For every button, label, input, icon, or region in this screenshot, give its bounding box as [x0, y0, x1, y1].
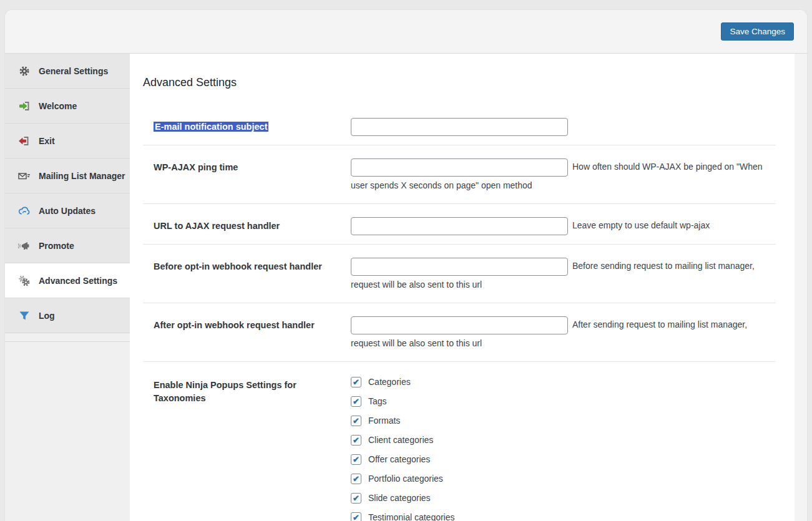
checkbox-icon[interactable]: ✔ [351, 396, 361, 407]
sidebar-item-label: Mailing List Manager [39, 171, 125, 181]
sidebar-item-label: Exit [39, 136, 55, 146]
megaphone-icon [18, 240, 31, 252]
checkbox-label: Tags [368, 396, 387, 407]
sidebar-item-general-settings[interactable]: General Settings [5, 54, 130, 89]
checkbox-offer-categories[interactable]: ✔ Offer categories [351, 454, 776, 465]
cloud-sync-icon [18, 205, 31, 217]
sidebar-item-auto-updates[interactable]: Auto Updates [5, 193, 130, 228]
topbar: Save Changes [5, 10, 807, 54]
sidebar-item-label: Auto Updates [39, 206, 95, 216]
sidebar-filler [5, 342, 130, 521]
settings-row-before-webhook: Before opt-in webhook request handler Be… [143, 245, 776, 303]
field-label: WP-AJAX ping time [154, 158, 351, 195]
main-content: Advanced Settings E-mail notification su… [130, 54, 795, 521]
sidebar-item-log[interactable]: Log [5, 298, 130, 333]
sidebar-item-exit[interactable]: Exit [5, 124, 130, 158]
checkbox-icon[interactable]: ✔ [351, 474, 361, 484]
checkbox-client-categories[interactable]: ✔ Client categories [351, 435, 776, 446]
checkbox-portfolio-categories[interactable]: ✔ Portfolio categories [351, 474, 776, 484]
checkbox-categories[interactable]: ✔ Categories [351, 377, 776, 387]
field-area: After sending request to mailing list ma… [351, 316, 776, 353]
gears-icon [18, 275, 31, 287]
settings-row-ajax-url: URL to AJAX request handler Leave empty … [143, 204, 776, 245]
checkbox-testimonial-categories[interactable]: ✔ Testimonial categories [351, 512, 776, 521]
settings-row-after-webhook: After opt-in webhook request handler Aft… [143, 303, 776, 362]
settings-row-email-subject: E-mail notification subject [143, 104, 776, 145]
settings-row-taxonomies: Enable Ninja Popups Settings for Taxonom… [143, 362, 776, 521]
wp-ajax-ping-time-input[interactable] [351, 158, 568, 177]
highlighted-label-text: E-mail notification subject [154, 122, 268, 132]
checkbox-label: Slide categories [368, 493, 431, 504]
email-notification-subject-input[interactable] [351, 118, 568, 136]
field-area: Before sending request to mailing list m… [351, 257, 776, 294]
checkbox-icon[interactable]: ✔ [351, 377, 361, 387]
sidebar-item-label: Welcome [39, 101, 77, 111]
gear-icon [18, 65, 31, 77]
sidebar-item-promote[interactable]: Promote [5, 228, 130, 263]
checkbox-label: Formats [368, 416, 400, 426]
sidebar-item-advanced-settings[interactable]: Advanced Settings [5, 263, 130, 298]
funnel-icon [18, 309, 31, 322]
checkbox-label: Testimonial categories [368, 512, 455, 521]
checkbox-label: Offer categories [368, 454, 430, 465]
checkbox-tags[interactable]: ✔ Tags [351, 396, 776, 407]
save-changes-button[interactable]: Save Changes [721, 22, 794, 41]
after-optin-webhook-input[interactable] [351, 316, 568, 334]
field-area: How often should WP-AJAX be pinged on "W… [351, 158, 776, 195]
before-optin-webhook-input[interactable] [351, 258, 568, 276]
field-area: Leave empty to use default wp-ajax [351, 217, 776, 235]
checkbox-label: Portfolio categories [368, 474, 443, 484]
field-label: E-mail notification subject [154, 117, 351, 136]
sidebar-item-label: Log [39, 311, 55, 321]
field-label: After opt-in webhook request handler [154, 316, 351, 353]
settings-panel: Save Changes General Settings Welcome [4, 9, 808, 521]
taxonomies-checkbox-list: ✔ Categories ✔ Tags ✔ Formats ✔ Client c… [351, 376, 776, 521]
ajax-request-handler-url-input[interactable] [351, 217, 568, 235]
checkbox-label: Client categories [368, 435, 433, 446]
field-hint: Leave empty to use default wp-ajax [572, 220, 710, 230]
field-label: Enable Ninja Popups Settings for Taxonom… [154, 376, 351, 521]
checkbox-icon[interactable]: ✔ [351, 454, 361, 465]
sidebar: General Settings Welcome Exit [5, 54, 130, 521]
field-area [351, 117, 776, 136]
checkbox-slide-categories[interactable]: ✔ Slide categories [351, 493, 776, 504]
field-label: URL to AJAX request handler [154, 217, 351, 235]
sidebar-spacer [5, 333, 130, 342]
checkbox-icon[interactable]: ✔ [351, 493, 361, 504]
field-label: Before opt-in webhook request handler [154, 257, 351, 294]
envelope-list-icon [18, 170, 31, 182]
settings-row-wp-ajax-ping: WP-AJAX ping time How often should WP-AJ… [143, 145, 776, 204]
sidebar-item-label: Advanced Settings [39, 276, 117, 286]
enter-arrow-icon [18, 100, 31, 112]
sidebar-item-label: Promote [39, 241, 74, 251]
sidebar-item-welcome[interactable]: Welcome [5, 89, 130, 124]
sidebar-item-mailing-list-manager[interactable]: Mailing List Manager [5, 158, 130, 193]
checkbox-label: Categories [368, 377, 411, 387]
page-title: Advanced Settings [143, 76, 776, 89]
sidebar-item-label: General Settings [39, 66, 108, 76]
checkbox-icon[interactable]: ✔ [351, 435, 361, 446]
checkbox-formats[interactable]: ✔ Formats [351, 416, 776, 426]
checkbox-icon[interactable]: ✔ [351, 416, 361, 426]
exit-arrow-icon [18, 135, 31, 147]
checkbox-icon[interactable]: ✔ [351, 512, 361, 521]
